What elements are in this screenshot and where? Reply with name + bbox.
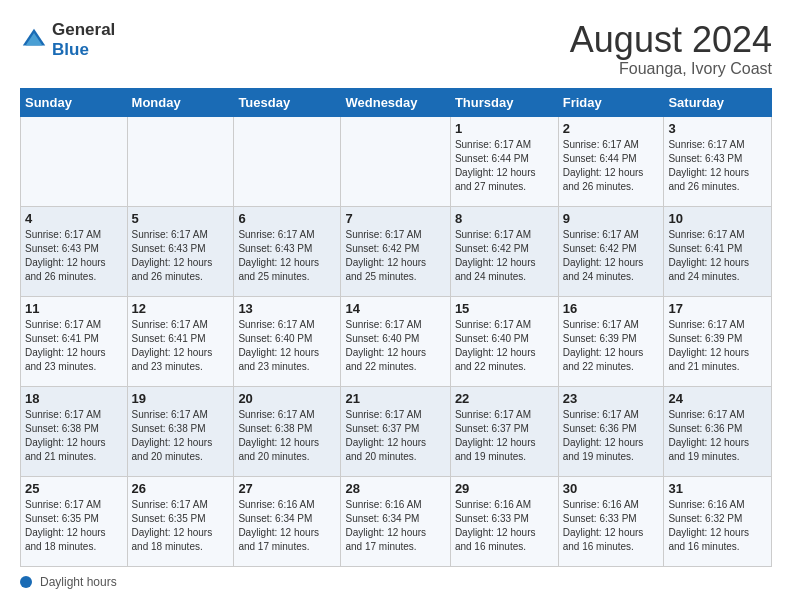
day-info: Sunrise: 6:16 AM Sunset: 6:33 PM Dayligh… xyxy=(563,498,660,554)
day-number: 7 xyxy=(345,211,445,226)
day-number: 12 xyxy=(132,301,230,316)
day-info: Sunrise: 6:17 AM Sunset: 6:42 PM Dayligh… xyxy=(455,228,554,284)
calendar-week-row: 1Sunrise: 6:17 AM Sunset: 6:44 PM Daylig… xyxy=(21,116,772,206)
page-header: General Blue August 2024 Fouanga, Ivory … xyxy=(20,20,772,78)
day-number: 27 xyxy=(238,481,336,496)
day-number: 30 xyxy=(563,481,660,496)
logo-icon xyxy=(20,26,48,54)
calendar-header-row: SundayMondayTuesdayWednesdayThursdayFrid… xyxy=(21,88,772,116)
day-number: 17 xyxy=(668,301,767,316)
footer: Daylight hours xyxy=(20,575,772,589)
day-number: 29 xyxy=(455,481,554,496)
day-number: 9 xyxy=(563,211,660,226)
calendar-cell: 29Sunrise: 6:16 AM Sunset: 6:33 PM Dayli… xyxy=(450,476,558,566)
calendar-week-row: 25Sunrise: 6:17 AM Sunset: 6:35 PM Dayli… xyxy=(21,476,772,566)
day-number: 28 xyxy=(345,481,445,496)
calendar-cell: 10Sunrise: 6:17 AM Sunset: 6:41 PM Dayli… xyxy=(664,206,772,296)
calendar-cell: 26Sunrise: 6:17 AM Sunset: 6:35 PM Dayli… xyxy=(127,476,234,566)
weekday-header-wednesday: Wednesday xyxy=(341,88,450,116)
day-number: 18 xyxy=(25,391,123,406)
day-number: 13 xyxy=(238,301,336,316)
day-info: Sunrise: 6:16 AM Sunset: 6:32 PM Dayligh… xyxy=(668,498,767,554)
day-number: 21 xyxy=(345,391,445,406)
day-number: 19 xyxy=(132,391,230,406)
day-number: 4 xyxy=(25,211,123,226)
day-number: 2 xyxy=(563,121,660,136)
calendar-cell: 23Sunrise: 6:17 AM Sunset: 6:36 PM Dayli… xyxy=(558,386,664,476)
day-info: Sunrise: 6:16 AM Sunset: 6:34 PM Dayligh… xyxy=(345,498,445,554)
weekday-header-saturday: Saturday xyxy=(664,88,772,116)
day-info: Sunrise: 6:17 AM Sunset: 6:35 PM Dayligh… xyxy=(25,498,123,554)
day-info: Sunrise: 6:17 AM Sunset: 6:43 PM Dayligh… xyxy=(238,228,336,284)
day-info: Sunrise: 6:16 AM Sunset: 6:33 PM Dayligh… xyxy=(455,498,554,554)
logo-general: General xyxy=(52,20,115,40)
calendar-cell: 27Sunrise: 6:16 AM Sunset: 6:34 PM Dayli… xyxy=(234,476,341,566)
day-number: 11 xyxy=(25,301,123,316)
weekday-header-friday: Friday xyxy=(558,88,664,116)
daylight-label: Daylight hours xyxy=(40,575,117,589)
day-number: 5 xyxy=(132,211,230,226)
daylight-dot xyxy=(20,576,32,588)
weekday-header-monday: Monday xyxy=(127,88,234,116)
calendar-cell: 9Sunrise: 6:17 AM Sunset: 6:42 PM Daylig… xyxy=(558,206,664,296)
day-number: 14 xyxy=(345,301,445,316)
calendar-week-row: 18Sunrise: 6:17 AM Sunset: 6:38 PM Dayli… xyxy=(21,386,772,476)
day-info: Sunrise: 6:17 AM Sunset: 6:42 PM Dayligh… xyxy=(345,228,445,284)
calendar-cell: 1Sunrise: 6:17 AM Sunset: 6:44 PM Daylig… xyxy=(450,116,558,206)
calendar-cell: 5Sunrise: 6:17 AM Sunset: 6:43 PM Daylig… xyxy=(127,206,234,296)
calendar-cell: 19Sunrise: 6:17 AM Sunset: 6:38 PM Dayli… xyxy=(127,386,234,476)
day-info: Sunrise: 6:17 AM Sunset: 6:35 PM Dayligh… xyxy=(132,498,230,554)
day-number: 24 xyxy=(668,391,767,406)
calendar-cell: 15Sunrise: 6:17 AM Sunset: 6:40 PM Dayli… xyxy=(450,296,558,386)
day-number: 25 xyxy=(25,481,123,496)
calendar-cell: 31Sunrise: 6:16 AM Sunset: 6:32 PM Dayli… xyxy=(664,476,772,566)
day-info: Sunrise: 6:17 AM Sunset: 6:39 PM Dayligh… xyxy=(668,318,767,374)
calendar-table: SundayMondayTuesdayWednesdayThursdayFrid… xyxy=(20,88,772,567)
logo-blue: Blue xyxy=(52,40,115,60)
calendar-cell: 30Sunrise: 6:16 AM Sunset: 6:33 PM Dayli… xyxy=(558,476,664,566)
day-info: Sunrise: 6:17 AM Sunset: 6:41 PM Dayligh… xyxy=(132,318,230,374)
day-info: Sunrise: 6:17 AM Sunset: 6:43 PM Dayligh… xyxy=(25,228,123,284)
calendar-cell: 13Sunrise: 6:17 AM Sunset: 6:40 PM Dayli… xyxy=(234,296,341,386)
day-info: Sunrise: 6:17 AM Sunset: 6:36 PM Dayligh… xyxy=(563,408,660,464)
day-info: Sunrise: 6:17 AM Sunset: 6:40 PM Dayligh… xyxy=(238,318,336,374)
day-number: 22 xyxy=(455,391,554,406)
calendar-week-row: 11Sunrise: 6:17 AM Sunset: 6:41 PM Dayli… xyxy=(21,296,772,386)
weekday-header-thursday: Thursday xyxy=(450,88,558,116)
calendar-cell: 24Sunrise: 6:17 AM Sunset: 6:36 PM Dayli… xyxy=(664,386,772,476)
day-number: 31 xyxy=(668,481,767,496)
calendar-cell: 28Sunrise: 6:16 AM Sunset: 6:34 PM Dayli… xyxy=(341,476,450,566)
day-info: Sunrise: 6:17 AM Sunset: 6:37 PM Dayligh… xyxy=(345,408,445,464)
month-year-title: August 2024 xyxy=(570,20,772,60)
day-number: 16 xyxy=(563,301,660,316)
day-info: Sunrise: 6:17 AM Sunset: 6:40 PM Dayligh… xyxy=(455,318,554,374)
day-info: Sunrise: 6:17 AM Sunset: 6:43 PM Dayligh… xyxy=(668,138,767,194)
calendar-cell: 17Sunrise: 6:17 AM Sunset: 6:39 PM Dayli… xyxy=(664,296,772,386)
day-info: Sunrise: 6:17 AM Sunset: 6:40 PM Dayligh… xyxy=(345,318,445,374)
calendar-cell: 22Sunrise: 6:17 AM Sunset: 6:37 PM Dayli… xyxy=(450,386,558,476)
calendar-cell: 12Sunrise: 6:17 AM Sunset: 6:41 PM Dayli… xyxy=(127,296,234,386)
calendar-cell: 2Sunrise: 6:17 AM Sunset: 6:44 PM Daylig… xyxy=(558,116,664,206)
day-number: 6 xyxy=(238,211,336,226)
logo: General Blue xyxy=(20,20,115,61)
day-info: Sunrise: 6:17 AM Sunset: 6:41 PM Dayligh… xyxy=(25,318,123,374)
day-number: 15 xyxy=(455,301,554,316)
calendar-cell: 18Sunrise: 6:17 AM Sunset: 6:38 PM Dayli… xyxy=(21,386,128,476)
day-info: Sunrise: 6:17 AM Sunset: 6:39 PM Dayligh… xyxy=(563,318,660,374)
calendar-cell: 8Sunrise: 6:17 AM Sunset: 6:42 PM Daylig… xyxy=(450,206,558,296)
day-number: 8 xyxy=(455,211,554,226)
day-number: 10 xyxy=(668,211,767,226)
day-number: 20 xyxy=(238,391,336,406)
calendar-cell: 4Sunrise: 6:17 AM Sunset: 6:43 PM Daylig… xyxy=(21,206,128,296)
calendar-cell: 7Sunrise: 6:17 AM Sunset: 6:42 PM Daylig… xyxy=(341,206,450,296)
day-info: Sunrise: 6:17 AM Sunset: 6:44 PM Dayligh… xyxy=(563,138,660,194)
calendar-cell: 3Sunrise: 6:17 AM Sunset: 6:43 PM Daylig… xyxy=(664,116,772,206)
calendar-cell: 21Sunrise: 6:17 AM Sunset: 6:37 PM Dayli… xyxy=(341,386,450,476)
day-info: Sunrise: 6:17 AM Sunset: 6:42 PM Dayligh… xyxy=(563,228,660,284)
day-info: Sunrise: 6:17 AM Sunset: 6:41 PM Dayligh… xyxy=(668,228,767,284)
day-number: 23 xyxy=(563,391,660,406)
calendar-week-row: 4Sunrise: 6:17 AM Sunset: 6:43 PM Daylig… xyxy=(21,206,772,296)
weekday-header-tuesday: Tuesday xyxy=(234,88,341,116)
calendar-cell: 16Sunrise: 6:17 AM Sunset: 6:39 PM Dayli… xyxy=(558,296,664,386)
day-number: 1 xyxy=(455,121,554,136)
